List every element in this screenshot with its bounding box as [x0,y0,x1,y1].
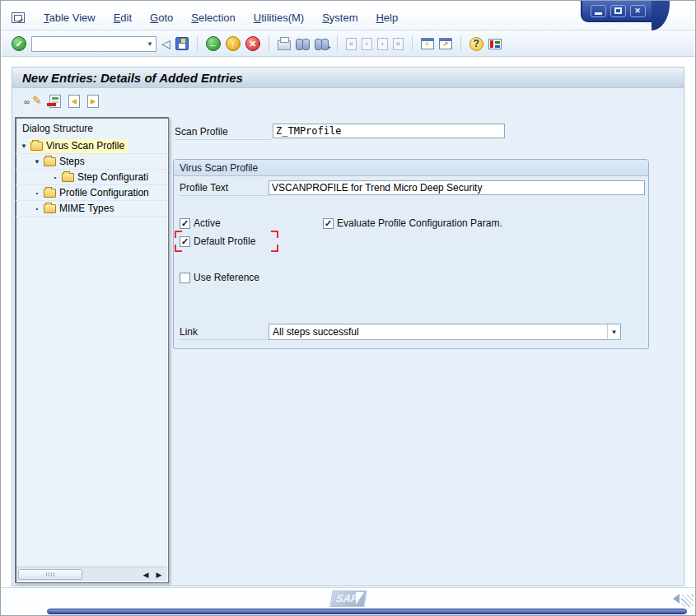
glasses-icon: ∞ [24,98,30,106]
toolbar-separator [269,35,269,52]
print-icon[interactable] [278,40,291,50]
corner-mark [271,245,278,252]
previous-entry-icon[interactable]: ◄ [68,95,80,108]
tree-item-label: Profile Configuration [59,187,149,198]
tree-item-label: Virus Scan Profile [46,140,124,152]
scrollbar-thumb[interactable] [18,569,82,580]
find-next-icon[interactable]: + [315,38,329,49]
system-menu-icon[interactable] [12,12,25,23]
evaluate-label: Evaluate Profile Configuration Param. [337,217,502,229]
active-checkbox[interactable]: ✓ [180,218,190,229]
bullet-icon: • [50,174,60,181]
toolbar-separator [337,35,338,52]
use-reference-checkbox[interactable] [180,273,190,283]
folder-icon [44,204,56,213]
status-bar: SAP [2,587,694,609]
delete-entry-icon[interactable] [49,95,61,108]
menu-selection[interactable]: Selection [182,9,244,26]
last-page-icon[interactable]: » [393,38,404,50]
scan-profile-field[interactable]: Z_TMProfile [273,124,505,138]
use-reference-checkbox-row: Use Reference [180,272,259,283]
enter-icon[interactable]: ✓ [12,36,26,51]
profile-text-label: Profile Text [180,182,269,196]
command-dropdown-icon[interactable]: ▼ [144,40,156,48]
evaluate-profile-configuration-checkbox[interactable]: ✓ [323,218,334,229]
minimize-button[interactable] [591,5,606,17]
tree-item-mime-types[interactable]: • MIME Types [16,201,168,217]
tree-item-step-configuration[interactable]: • Step Configurati [16,170,168,185]
folder-icon [44,157,56,166]
toolbar-separator [460,35,461,52]
tree-item-profile-configuration[interactable]: • Profile Configuration [16,185,168,201]
profile-text-field[interactable]: VSCANPROFILE for Trend Micro Deep Securi… [269,180,645,195]
menu-system[interactable]: System [313,9,367,26]
menu-edit[interactable]: Edit [105,9,141,26]
find-icon[interactable] [296,38,310,49]
save-icon[interactable] [175,37,189,50]
screen-title-bar: New Entries: Details of Added Entries [12,68,684,88]
red-bar [47,103,56,106]
application-toolbar: ∞ ✎ ◄ ► [12,89,684,114]
display-change-icon[interactable]: ∞ ✎ [24,95,42,108]
tree-item-label: Steps [59,156,85,167]
groupbox-title: Virus Scan Profile [174,160,648,176]
bullet-icon: • [32,205,42,212]
resize-grip[interactable] [681,595,694,607]
exit-icon[interactable]: ↑ [226,36,241,51]
hide-command-field-icon[interactable]: ◁ [161,38,170,49]
minimize-icon [595,12,602,15]
menu-help[interactable]: Help [367,9,407,26]
close-icon: ✕ [634,7,641,15]
active-label: Active [194,217,221,229]
tree-item-label: MIME Types [59,203,114,214]
chevron-down-icon: ▼ [611,329,618,336]
folder-icon [62,173,74,182]
link-selected-value: All steps successful [269,326,607,338]
menu-goto[interactable]: Goto [141,9,182,26]
default-profile-checkbox[interactable]: ✓ [180,236,190,247]
tree-horizontal-scrollbar[interactable]: ◀ ▶ [16,567,167,581]
first-page-icon[interactable]: « [346,38,357,50]
chevron-down-icon[interactable]: ▼ [32,158,42,166]
cancel-icon[interactable]: ✕ [245,36,260,51]
doc-line [52,97,58,100]
scroll-right-button[interactable]: ▶ [152,568,166,581]
status-expand-icon[interactable] [673,594,680,604]
window-titlebar-fragment: ✕ [581,1,655,22]
dropdown-arrow-button[interactable]: ▼ [607,324,620,339]
standard-toolbar: ✓ ▼ ◁ ← ↑ ✕ + « ‹ › » ✳ ↗ ? [2,31,694,57]
tree-item-steps[interactable]: ▼ Steps [16,154,168,170]
evaluate-checkbox-row: ✓ Evaluate Profile Configuration Param. [323,217,502,229]
scroll-left-button[interactable]: ◀ [139,568,152,581]
dialog-structure-header: Dialog Structure [16,118,168,138]
new-session-icon[interactable]: ✳ [421,38,434,49]
toolbar-separator [412,35,413,52]
help-icon[interactable]: ? [469,37,483,51]
next-page-icon[interactable]: › [377,38,388,50]
previous-page-icon[interactable]: ‹ [362,38,372,50]
corner-mark [271,231,278,238]
grip-dots-icon [46,572,54,576]
folder-icon [30,142,43,151]
plus-icon: + [327,44,331,52]
close-button[interactable]: ✕ [630,5,646,17]
pencil-icon: ✎ [32,95,42,106]
use-reference-label: Use Reference [194,272,259,283]
back-icon[interactable]: ← [206,36,221,51]
next-entry-icon[interactable]: ► [87,95,99,108]
tree-item-label: Step Configurati [77,171,148,183]
page-title: New Entries: Details of Added Entries [22,71,243,85]
background-window-edge [47,609,687,614]
menu-utilities[interactable]: Utilities(M) [245,9,313,26]
create-shortcut-icon[interactable]: ↗ [439,38,452,49]
command-input[interactable] [32,38,144,50]
menu-table-view[interactable]: Table View [35,9,105,26]
command-field: ▼ [31,36,156,52]
arrow-up-right-icon: ↗ [442,40,448,49]
maximize-button[interactable] [610,5,626,17]
customize-local-layout-icon[interactable] [488,39,502,49]
link-dropdown[interactable]: All steps successful ▼ [269,324,621,340]
chevron-down-icon[interactable]: ▼ [19,142,29,150]
tree-item-virus-scan-profile[interactable]: ▼ Virus Scan Profile [16,138,168,154]
dialog-structure-panel: Dialog Structure ▼ Virus Scan Profile ▼ … [15,117,169,583]
